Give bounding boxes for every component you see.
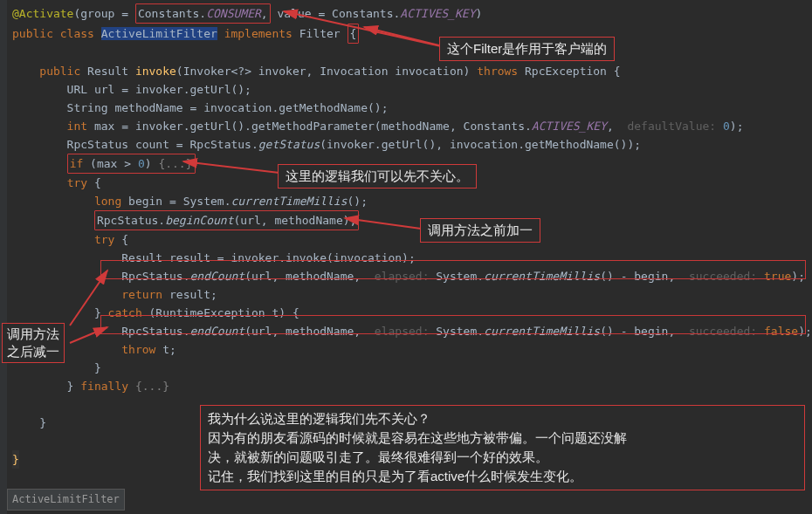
- arrow-icon: [179, 157, 284, 179]
- svg-line-4: [70, 271, 107, 326]
- code-line: public Result invoke(Invoker<?> invoker,…: [12, 62, 812, 80]
- code-line: }: [12, 359, 812, 377]
- breadcrumb[interactable]: ActiveLimitFilter: [7, 489, 125, 511]
- arrow-icon: [360, 24, 447, 52]
- svg-line-3: [345, 218, 421, 229]
- svg-line-5: [70, 327, 107, 343]
- arrow-icon: [341, 215, 428, 234]
- code-line: Result result = invoker.invoke(invocatio…: [12, 249, 812, 267]
- svg-line-1: [364, 27, 443, 46]
- arrow-icon: [68, 269, 120, 330]
- code-line: } finally {...}: [12, 377, 812, 395]
- code-line: String methodName = invocation.getMethod…: [12, 99, 812, 117]
- callout-explanation: 我为什么说这里的逻辑我们先不关心？ 因为有的朋友看源码的时候就是容易在这些地方被…: [200, 405, 805, 490]
- code-editor[interactable]: @Activate(group = Constants.CONSUMER, va…: [0, 0, 812, 469]
- code-line: RpcStatus.endCount(url, methodName, elap…: [12, 322, 812, 340]
- callout-filter-client: 这个Filter是作用于客户端的: [439, 37, 615, 61]
- code-line: RpcStatus count = RpcStatus.getStatus(in…: [12, 135, 812, 154]
- code-line: } catch (RuntimeException t) {: [12, 304, 812, 322]
- code-line: throw t;: [12, 340, 812, 359]
- code-line: long begin = System.currentTimeMillis();: [12, 192, 812, 210]
- code-line: URL url = invoker.getUrl();: [12, 80, 812, 99]
- box-begincount: RpcStatus.beginCount(url, methodName);: [94, 210, 359, 230]
- code-line: RpcStatus.endCount(url, methodName, elap…: [12, 267, 812, 285]
- callout-after-minus: 调用方法 之后减一: [2, 323, 65, 363]
- box-if-fold[interactable]: if (max > 0) {...}: [67, 154, 196, 174]
- callout-skip-logic: 这里的逻辑我们可以先不关心。: [278, 164, 477, 188]
- box-consumer: Constants.CONSUMER,: [135, 3, 271, 24]
- code-line: return result;: [12, 285, 812, 304]
- callout-before-plus: 调用方法之前加一: [420, 218, 540, 243]
- svg-line-2: [183, 161, 279, 173]
- arrow-icon: [68, 326, 120, 352]
- code-line: int max = invoker.getUrl().getMethodPara…: [12, 117, 812, 135]
